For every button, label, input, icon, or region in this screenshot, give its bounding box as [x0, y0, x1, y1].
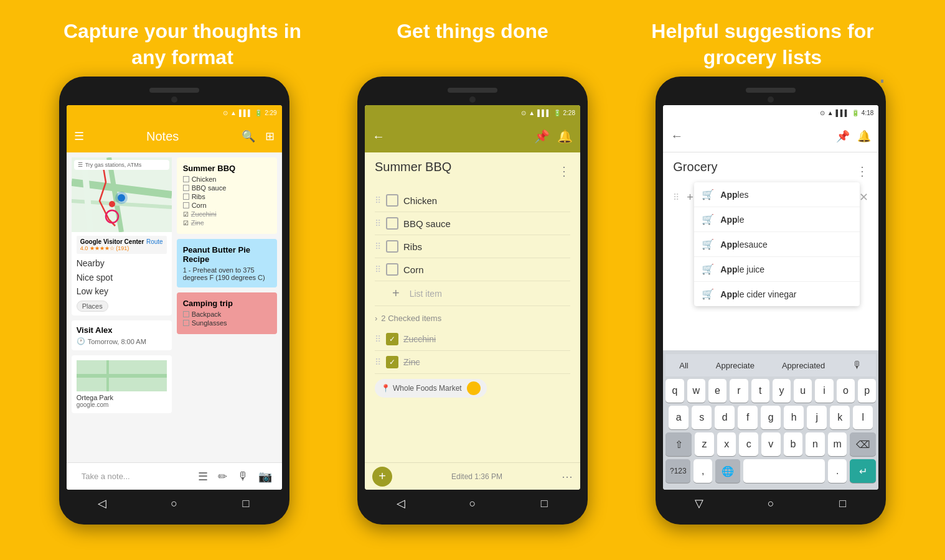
- todo-item-corn[interactable]: ⠿ Corn: [375, 258, 570, 281]
- pin-icon[interactable]: 📌: [534, 129, 550, 144]
- key-v[interactable]: v: [761, 432, 781, 456]
- home-btn-2[interactable]: ○: [465, 496, 480, 511]
- mic-icon-kb[interactable]: 🎙: [852, 360, 862, 371]
- key-l[interactable]: l: [853, 406, 873, 429]
- checked-item-zucchini[interactable]: ⠿ ✓ Zucchini: [375, 328, 570, 351]
- peanut-butter-card[interactable]: Peanut Butter Pie Recipe 1 - Preheat ove…: [177, 239, 277, 287]
- key-r[interactable]: r4: [730, 379, 748, 403]
- camping-item-1: Backpack: [183, 310, 271, 318]
- key-t[interactable]: t5: [751, 379, 769, 403]
- key-e[interactable]: e3: [708, 379, 726, 403]
- home-btn-1[interactable]: ○: [167, 496, 182, 511]
- key-c[interactable]: c: [739, 432, 758, 456]
- key-enter[interactable]: ↵: [850, 459, 876, 483]
- kb-suggest-appreciate[interactable]: Appreciate: [716, 361, 755, 370]
- route-btn[interactable]: Route: [146, 238, 163, 245]
- suggestion-apple-juice[interactable]: 🛒 Apple juice: [694, 257, 860, 282]
- key-u[interactable]: u7: [794, 379, 812, 403]
- key-o[interactable]: o9: [837, 379, 855, 403]
- recent-btn-2[interactable]: □: [537, 496, 552, 511]
- search-icon[interactable]: 🔍: [242, 129, 255, 143]
- key-f[interactable]: f: [738, 406, 758, 429]
- suggestion-applesauce[interactable]: 🛒 Applesauce: [694, 232, 860, 257]
- key-shift[interactable]: ⇧: [665, 432, 692, 456]
- more-options-icon[interactable]: ⋮: [558, 164, 570, 179]
- grocery-title: Grocery: [673, 160, 717, 174]
- clear-input-icon[interactable]: ✕: [859, 190, 868, 204]
- key-q[interactable]: q1: [665, 379, 684, 403]
- todo-item-ribs[interactable]: ⠿ Ribs: [375, 235, 570, 258]
- key-k[interactable]: k: [830, 406, 850, 429]
- pin-icon-3[interactable]: 📌: [836, 129, 850, 143]
- back-arrow-icon[interactable]: ←: [372, 129, 385, 144]
- suggestion-apple[interactable]: 🛒 Apple: [694, 207, 860, 232]
- visit-alex-card[interactable]: Visit Alex 🕐 Tomorrow, 8:00 AM: [72, 320, 172, 350]
- bbq-item-1: Chicken: [183, 175, 271, 183]
- back-arrow-icon-3[interactable]: ←: [670, 129, 683, 143]
- todo-item-chicken[interactable]: ⠿ Chicken: [375, 189, 570, 212]
- key-n[interactable]: n: [806, 432, 825, 456]
- home-btn-3[interactable]: ○: [763, 496, 778, 511]
- suggestion-apples[interactable]: 🛒 Apples: [694, 182, 860, 207]
- summer-bbq-card[interactable]: Summer BBQ Chicken BBQ sauce Ribs Corn ☑…: [177, 157, 277, 234]
- places-tag[interactable]: Places: [77, 301, 108, 312]
- bbq-item-6: ☑ Zinc: [183, 219, 271, 226]
- checked-items-divider[interactable]: › 2 Checked items: [375, 306, 570, 328]
- recent-btn-1[interactable]: □: [238, 496, 253, 511]
- todo-add-btn[interactable]: +: [372, 467, 392, 487]
- key-space[interactable]: [743, 459, 825, 483]
- more-options-icon-3[interactable]: ⋮: [856, 164, 868, 179]
- kb-suggest-all[interactable]: All: [679, 361, 688, 370]
- key-s[interactable]: s: [692, 406, 712, 429]
- key-h[interactable]: h: [784, 406, 804, 429]
- key-y[interactable]: y6: [773, 379, 791, 403]
- pen-icon[interactable]: ✏: [218, 470, 227, 483]
- cart-icon-1: 🛒: [702, 189, 714, 200]
- key-a[interactable]: a: [669, 406, 689, 429]
- grocery-note: Grocery ⋮ ⠿ + App ✕ 🛒: [663, 152, 878, 350]
- notes-title: Notes: [146, 129, 179, 144]
- reminder-icon-3[interactable]: 🔔: [857, 129, 871, 143]
- checked-item-zinc[interactable]: ⠿ ✓ Zinc: [375, 351, 570, 374]
- checklist-icon[interactable]: ☰: [198, 470, 208, 483]
- key-backspace[interactable]: ⌫: [850, 432, 876, 456]
- grid-icon[interactable]: ⊞: [265, 129, 275, 143]
- mic-icon[interactable]: 🎙: [237, 470, 248, 483]
- key-period[interactable]: .: [828, 459, 847, 483]
- key-d[interactable]: d: [715, 406, 735, 429]
- back-btn-3[interactable]: ▽: [692, 496, 707, 511]
- back-btn-1[interactable]: ◁: [95, 496, 110, 511]
- map-note-card[interactable]: ☰ Try gas stations, ATMs Google Visitor …: [72, 157, 172, 315]
- camping-card[interactable]: Camping trip Backpack Sunglasses: [177, 292, 277, 334]
- take-note-placeholder[interactable]: Take a note...: [82, 472, 193, 481]
- reminder-icon[interactable]: 🔔: [557, 129, 573, 144]
- todo-more-btn[interactable]: ⋯: [562, 470, 573, 483]
- key-m[interactable]: m: [828, 432, 847, 456]
- back-btn-2[interactable]: ◁: [393, 496, 408, 511]
- add-list-item[interactable]: + List item: [375, 281, 570, 306]
- camera-icon[interactable]: 📷: [258, 470, 272, 483]
- todo-item-bbq[interactable]: ⠿ BBQ sauce: [375, 212, 570, 235]
- key-z[interactable]: z: [695, 432, 714, 456]
- key-123[interactable]: ?123: [665, 459, 690, 483]
- status-icon-3: ⊙: [820, 110, 825, 116]
- key-i[interactable]: i8: [815, 379, 833, 403]
- key-comma[interactable]: ,: [693, 459, 712, 483]
- suggestion-apple-cider[interactable]: 🛒 Apple cider vinegar: [694, 282, 860, 306]
- status-icon-1: ⊙: [223, 110, 228, 116]
- key-globe[interactable]: 🌐: [715, 459, 740, 483]
- kb-suggest-appreciated[interactable]: Appreciated: [782, 361, 825, 370]
- key-w[interactable]: w2: [687, 379, 705, 403]
- ortega-card[interactable]: Ortega Park google.com: [72, 355, 172, 413]
- key-b[interactable]: b: [784, 432, 803, 456]
- recent-btn-3[interactable]: □: [835, 496, 850, 511]
- key-j[interactable]: j: [807, 406, 827, 429]
- wfm-location-tag[interactable]: 📍 Whole Foods Market: [375, 379, 487, 398]
- phone-2-nav: ◁ ○ □: [365, 490, 580, 513]
- key-p[interactable]: p0: [858, 379, 876, 403]
- add-item-icon[interactable]: +: [687, 191, 693, 204]
- cart-icon-5: 🛒: [702, 288, 714, 300]
- hamburger-icon[interactable]: ☰: [74, 129, 84, 143]
- key-x[interactable]: x: [717, 432, 736, 456]
- key-g[interactable]: g: [761, 406, 781, 429]
